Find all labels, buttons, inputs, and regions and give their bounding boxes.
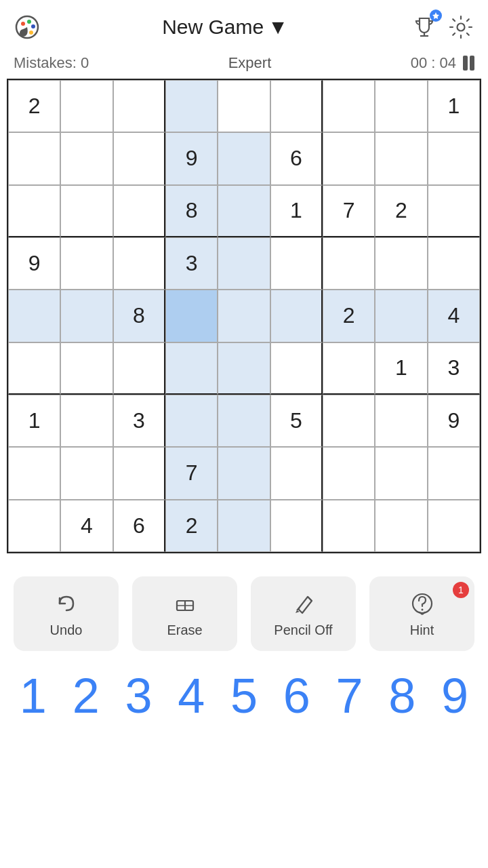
cell[interactable]: 6 xyxy=(270,132,323,184)
cell[interactable] xyxy=(270,80,323,132)
cell[interactable] xyxy=(113,185,165,237)
cell[interactable] xyxy=(113,132,165,184)
cell[interactable] xyxy=(113,80,165,132)
numpad-button-4[interactable]: 4 xyxy=(165,671,218,720)
pencil-button[interactable]: Pencil Off xyxy=(251,576,356,651)
cell[interactable] xyxy=(375,237,427,290)
cell[interactable]: 6 xyxy=(113,500,165,552)
cell[interactable] xyxy=(60,290,113,342)
cell[interactable] xyxy=(428,185,480,237)
cell[interactable] xyxy=(60,132,113,184)
cell[interactable] xyxy=(375,132,427,184)
cell[interactable] xyxy=(60,447,113,499)
cell[interactable]: 9 xyxy=(8,237,60,290)
cell[interactable]: 3 xyxy=(428,342,480,395)
cell[interactable] xyxy=(218,80,270,132)
cell[interactable] xyxy=(218,447,270,499)
cell[interactable]: 2 xyxy=(165,500,218,552)
cell[interactable]: 8 xyxy=(113,290,165,342)
cell[interactable]: 1 xyxy=(375,342,427,395)
settings-icon[interactable] xyxy=(447,14,474,41)
cell[interactable] xyxy=(323,237,375,290)
cell[interactable]: 8 xyxy=(165,185,218,237)
cell[interactable] xyxy=(113,237,165,290)
cell[interactable] xyxy=(270,447,323,499)
cell[interactable] xyxy=(218,342,270,395)
cell[interactable] xyxy=(60,185,113,237)
cell[interactable] xyxy=(218,290,270,342)
trophy-icon-wrap[interactable] xyxy=(409,12,439,42)
cell[interactable] xyxy=(428,447,480,499)
cell[interactable] xyxy=(323,395,375,447)
numpad-button-9[interactable]: 9 xyxy=(428,671,481,720)
cell[interactable] xyxy=(270,237,323,290)
cell[interactable]: 3 xyxy=(113,395,165,447)
cell[interactable]: 5 xyxy=(270,395,323,447)
numpad-button-3[interactable]: 3 xyxy=(113,671,165,720)
cell[interactable]: 1 xyxy=(270,185,323,237)
cell[interactable] xyxy=(323,342,375,395)
numpad-button-5[interactable]: 5 xyxy=(218,671,270,720)
cell[interactable]: 3 xyxy=(165,237,218,290)
cell[interactable] xyxy=(270,290,323,342)
cell[interactable] xyxy=(8,132,60,184)
cell[interactable] xyxy=(8,185,60,237)
cell[interactable]: 1 xyxy=(8,395,60,447)
numpad-button-2[interactable]: 2 xyxy=(60,671,113,720)
hint-button[interactable]: 1 Hint xyxy=(369,576,474,651)
pause-button[interactable] xyxy=(463,56,474,71)
cell[interactable] xyxy=(165,290,218,342)
cell[interactable]: 7 xyxy=(165,447,218,499)
cell[interactable]: 2 xyxy=(323,290,375,342)
cell[interactable] xyxy=(270,500,323,552)
cell[interactable] xyxy=(8,447,60,499)
cell[interactable] xyxy=(428,500,480,552)
cell[interactable] xyxy=(218,500,270,552)
cell[interactable] xyxy=(165,80,218,132)
cell[interactable] xyxy=(218,132,270,184)
cell[interactable] xyxy=(375,80,427,132)
palette-icon[interactable] xyxy=(14,14,41,41)
numpad-button-7[interactable]: 7 xyxy=(323,671,376,720)
cell[interactable] xyxy=(323,80,375,132)
cell[interactable]: 2 xyxy=(8,80,60,132)
cell[interactable]: 9 xyxy=(428,395,480,447)
erase-button[interactable]: Erase xyxy=(132,576,237,651)
cell[interactable] xyxy=(323,500,375,552)
cell[interactable] xyxy=(60,342,113,395)
cell[interactable] xyxy=(270,342,323,395)
cell[interactable] xyxy=(375,447,427,499)
cell[interactable] xyxy=(60,80,113,132)
cell[interactable]: 4 xyxy=(428,290,480,342)
cell[interactable]: 1 xyxy=(428,80,480,132)
cell[interactable] xyxy=(8,342,60,395)
cell[interactable] xyxy=(165,342,218,395)
cell[interactable] xyxy=(60,395,113,447)
cell[interactable] xyxy=(375,290,427,342)
toolbar: Undo Erase Pencil Off 1 xyxy=(0,563,488,665)
cell[interactable] xyxy=(218,395,270,447)
cell[interactable] xyxy=(375,500,427,552)
numpad-button-1[interactable]: 1 xyxy=(7,671,60,720)
cell[interactable] xyxy=(113,342,165,395)
cell[interactable] xyxy=(113,447,165,499)
numpad-button-6[interactable]: 6 xyxy=(270,671,323,720)
cell[interactable] xyxy=(428,132,480,184)
cell[interactable] xyxy=(323,132,375,184)
numpad-button-8[interactable]: 8 xyxy=(375,671,428,720)
cell[interactable] xyxy=(428,237,480,290)
cell[interactable]: 9 xyxy=(165,132,218,184)
cell[interactable] xyxy=(60,237,113,290)
cell[interactable] xyxy=(323,447,375,499)
undo-button[interactable]: Undo xyxy=(14,576,119,651)
cell[interactable] xyxy=(375,395,427,447)
cell[interactable] xyxy=(218,237,270,290)
cell[interactable]: 4 xyxy=(60,500,113,552)
new-game-button[interactable]: New Game ▼ xyxy=(162,16,288,39)
cell[interactable] xyxy=(8,500,60,552)
cell[interactable]: 2 xyxy=(375,185,427,237)
cell[interactable]: 7 xyxy=(323,185,375,237)
cell[interactable] xyxy=(218,185,270,237)
cell[interactable] xyxy=(165,395,218,447)
cell[interactable] xyxy=(8,290,60,342)
